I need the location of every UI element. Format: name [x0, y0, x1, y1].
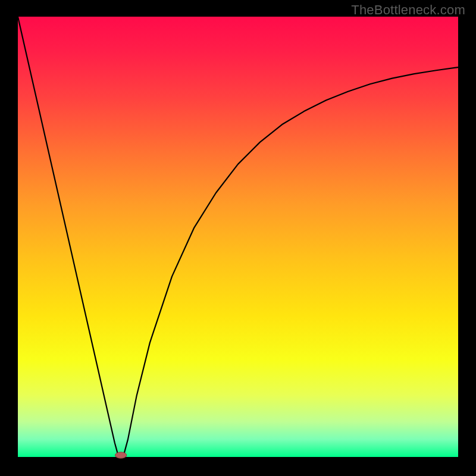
minimum-marker	[115, 452, 127, 458]
watermark-text: TheBottleneck.com	[351, 2, 465, 18]
plot-svg	[18, 17, 458, 457]
curve-left-branch	[18, 17, 118, 456]
curve-right-branch	[124, 67, 458, 456]
